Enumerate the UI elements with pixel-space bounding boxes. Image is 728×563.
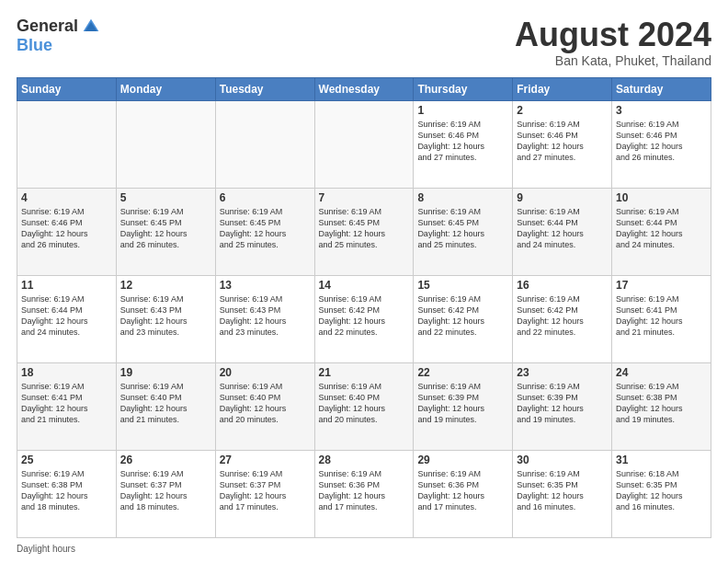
day-detail: Sunrise: 6:19 AM Sunset: 6:42 PM Dayligh… — [517, 293, 608, 339]
day-number: 6 — [220, 191, 311, 204]
day-number: 18 — [21, 366, 112, 379]
calendar-header-saturday: Saturday — [612, 77, 711, 100]
calendar-cell: 2Sunrise: 6:19 AM Sunset: 6:46 PM Daylig… — [513, 100, 612, 188]
day-detail: Sunrise: 6:19 AM Sunset: 6:37 PM Dayligh… — [220, 468, 311, 513]
day-detail: Sunrise: 6:19 AM Sunset: 6:43 PM Dayligh… — [120, 293, 211, 339]
day-number: 2 — [517, 104, 608, 117]
calendar-header-friday: Friday — [513, 77, 612, 100]
day-detail: Sunrise: 6:19 AM Sunset: 6:41 PM Dayligh… — [21, 381, 112, 426]
calendar-cell: 28Sunrise: 6:19 AM Sunset: 6:36 PM Dayli… — [314, 450, 414, 537]
calendar-cell: 27Sunrise: 6:19 AM Sunset: 6:37 PM Dayli… — [215, 450, 314, 537]
logo: General Blue — [17, 17, 100, 55]
day-number: 3 — [616, 104, 707, 117]
day-number: 26 — [120, 454, 211, 466]
calendar-week-4: 18Sunrise: 6:19 AM Sunset: 6:41 PM Dayli… — [17, 362, 711, 450]
calendar-header-sunday: Sunday — [17, 77, 117, 100]
day-detail: Sunrise: 6:19 AM Sunset: 6:45 PM Dayligh… — [220, 206, 311, 251]
calendar-cell — [17, 100, 117, 188]
calendar-cell: 12Sunrise: 6:19 AM Sunset: 6:43 PM Dayli… — [116, 275, 215, 362]
day-number: 22 — [417, 366, 508, 379]
day-number: 28 — [319, 454, 410, 466]
day-detail: Sunrise: 6:19 AM Sunset: 6:44 PM Dayligh… — [616, 206, 707, 251]
day-number: 4 — [21, 191, 112, 204]
day-detail: Sunrise: 6:18 AM Sunset: 6:35 PM Dayligh… — [616, 468, 707, 513]
location: Ban Kata, Phuket, Thailand — [515, 53, 711, 68]
day-number: 11 — [21, 279, 112, 292]
day-detail: Sunrise: 6:19 AM Sunset: 6:45 PM Dayligh… — [417, 206, 508, 251]
calendar-header-row: SundayMondayTuesdayWednesdayThursdayFrid… — [17, 77, 711, 100]
day-detail: Sunrise: 6:19 AM Sunset: 6:38 PM Dayligh… — [21, 468, 112, 513]
calendar-cell — [314, 100, 414, 188]
day-number: 30 — [517, 454, 608, 466]
page: General Blue August 2024 Ban Kata, Phuke… — [0, 0, 728, 563]
calendar-cell: 18Sunrise: 6:19 AM Sunset: 6:41 PM Dayli… — [17, 362, 117, 450]
day-detail: Sunrise: 6:19 AM Sunset: 6:40 PM Dayligh… — [319, 381, 410, 426]
day-number: 1 — [417, 104, 508, 117]
calendar-cell — [116, 100, 215, 188]
logo-general: General — [17, 17, 78, 36]
calendar-header-tuesday: Tuesday — [215, 77, 314, 100]
day-detail: Sunrise: 6:19 AM Sunset: 6:39 PM Dayligh… — [417, 381, 508, 426]
calendar-cell: 10Sunrise: 6:19 AM Sunset: 6:44 PM Dayli… — [612, 188, 711, 275]
day-number: 31 — [616, 454, 707, 466]
day-detail: Sunrise: 6:19 AM Sunset: 6:40 PM Dayligh… — [120, 381, 211, 426]
logo-blue: Blue — [17, 36, 52, 55]
day-number: 17 — [616, 279, 707, 292]
day-number: 16 — [517, 279, 608, 292]
day-number: 7 — [319, 191, 410, 204]
calendar-cell: 19Sunrise: 6:19 AM Sunset: 6:40 PM Dayli… — [116, 362, 215, 450]
day-detail: Sunrise: 6:19 AM Sunset: 6:42 PM Dayligh… — [417, 293, 508, 339]
calendar-table: SundayMondayTuesdayWednesdayThursdayFrid… — [17, 77, 711, 538]
calendar-cell: 14Sunrise: 6:19 AM Sunset: 6:42 PM Dayli… — [314, 275, 414, 362]
day-detail: Sunrise: 6:19 AM Sunset: 6:46 PM Dayligh… — [417, 119, 508, 164]
day-number: 25 — [21, 454, 112, 466]
day-detail: Sunrise: 6:19 AM Sunset: 6:37 PM Dayligh… — [120, 468, 211, 513]
footer: Daylight hours — [17, 544, 711, 554]
calendar-cell: 20Sunrise: 6:19 AM Sunset: 6:40 PM Dayli… — [215, 362, 314, 450]
day-number: 5 — [120, 191, 211, 204]
day-detail: Sunrise: 6:19 AM Sunset: 6:45 PM Dayligh… — [319, 206, 410, 251]
day-detail: Sunrise: 6:19 AM Sunset: 6:41 PM Dayligh… — [616, 293, 707, 339]
calendar-cell: 26Sunrise: 6:19 AM Sunset: 6:37 PM Dayli… — [116, 450, 215, 537]
day-detail: Sunrise: 6:19 AM Sunset: 6:40 PM Dayligh… — [220, 381, 311, 426]
calendar-cell: 9Sunrise: 6:19 AM Sunset: 6:44 PM Daylig… — [513, 188, 612, 275]
day-detail: Sunrise: 6:19 AM Sunset: 6:43 PM Dayligh… — [220, 293, 311, 339]
day-number: 15 — [417, 279, 508, 292]
calendar-cell: 25Sunrise: 6:19 AM Sunset: 6:38 PM Dayli… — [17, 450, 117, 537]
calendar-header-monday: Monday — [116, 77, 215, 100]
calendar-cell: 22Sunrise: 6:19 AM Sunset: 6:39 PM Dayli… — [414, 362, 513, 450]
calendar-cell: 6Sunrise: 6:19 AM Sunset: 6:45 PM Daylig… — [215, 188, 314, 275]
day-detail: Sunrise: 6:19 AM Sunset: 6:45 PM Dayligh… — [120, 206, 211, 251]
day-number: 23 — [517, 366, 608, 379]
calendar-cell: 17Sunrise: 6:19 AM Sunset: 6:41 PM Dayli… — [612, 275, 711, 362]
footer-text: Daylight hours — [17, 544, 75, 554]
day-detail: Sunrise: 6:19 AM Sunset: 6:39 PM Dayligh… — [517, 381, 608, 426]
day-detail: Sunrise: 6:19 AM Sunset: 6:44 PM Dayligh… — [517, 206, 608, 251]
day-number: 12 — [120, 279, 211, 292]
calendar-cell: 29Sunrise: 6:19 AM Sunset: 6:36 PM Dayli… — [414, 450, 513, 537]
day-detail: Sunrise: 6:19 AM Sunset: 6:46 PM Dayligh… — [616, 119, 707, 164]
title-area: August 2024 Ban Kata, Phuket, Thailand — [515, 17, 711, 68]
calendar-cell: 1Sunrise: 6:19 AM Sunset: 6:46 PM Daylig… — [414, 100, 513, 188]
day-number: 24 — [616, 366, 707, 379]
day-detail: Sunrise: 6:19 AM Sunset: 6:44 PM Dayligh… — [21, 293, 112, 339]
calendar-week-2: 4Sunrise: 6:19 AM Sunset: 6:46 PM Daylig… — [17, 188, 711, 275]
calendar-cell: 5Sunrise: 6:19 AM Sunset: 6:45 PM Daylig… — [116, 188, 215, 275]
calendar-cell: 16Sunrise: 6:19 AM Sunset: 6:42 PM Dayli… — [513, 275, 612, 362]
day-detail: Sunrise: 6:19 AM Sunset: 6:38 PM Dayligh… — [616, 381, 707, 426]
calendar-cell: 7Sunrise: 6:19 AM Sunset: 6:45 PM Daylig… — [314, 188, 414, 275]
calendar-header-wednesday: Wednesday — [314, 77, 414, 100]
day-number: 14 — [319, 279, 410, 292]
calendar-cell: 4Sunrise: 6:19 AM Sunset: 6:46 PM Daylig… — [17, 188, 117, 275]
calendar-cell: 11Sunrise: 6:19 AM Sunset: 6:44 PM Dayli… — [17, 275, 117, 362]
day-number: 13 — [220, 279, 311, 292]
day-number: 9 — [517, 191, 608, 204]
calendar-cell: 13Sunrise: 6:19 AM Sunset: 6:43 PM Dayli… — [215, 275, 314, 362]
calendar-header-thursday: Thursday — [414, 77, 513, 100]
day-detail: Sunrise: 6:19 AM Sunset: 6:35 PM Dayligh… — [517, 468, 608, 513]
day-number: 10 — [616, 191, 707, 204]
logo-icon — [82, 17, 100, 36]
day-number: 21 — [319, 366, 410, 379]
calendar-cell: 31Sunrise: 6:18 AM Sunset: 6:35 PM Dayli… — [612, 450, 711, 537]
day-number: 19 — [120, 366, 211, 379]
